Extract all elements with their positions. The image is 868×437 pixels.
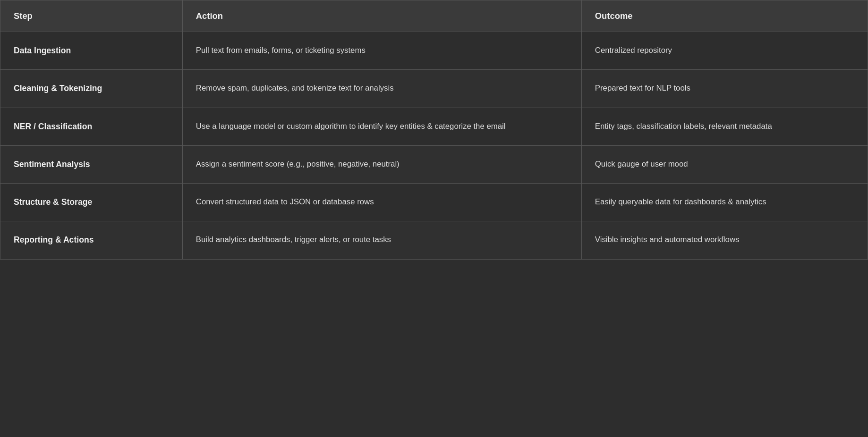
table-row: Sentiment AnalysisAssign a sentiment sco…: [0, 145, 868, 183]
cell-action-structure-storage: Convert structured data to JSON or datab…: [182, 184, 581, 221]
header-action: Action: [182, 0, 581, 32]
table-row: Cleaning & TokenizingRemove spam, duplic…: [0, 70, 868, 108]
cell-outcome-ner-classification: Entity tags, classification labels, rele…: [581, 108, 868, 145]
cell-step-data-ingestion: Data Ingestion: [0, 32, 183, 70]
table-header-row: Step Action Outcome: [0, 0, 868, 32]
cell-action-sentiment-analysis: Assign a sentiment score (e.g., positive…: [182, 145, 581, 183]
cell-step-cleaning-tokenizing: Cleaning & Tokenizing: [0, 70, 183, 108]
cell-outcome-reporting-actions: Visible insights and automated workflows: [581, 221, 868, 259]
cell-action-ner-classification: Use a language model or custom algorithm…: [182, 108, 581, 145]
pipeline-table: Step Action Outcome Data IngestionPull t…: [0, 0, 868, 260]
cell-step-sentiment-analysis: Sentiment Analysis: [0, 145, 183, 183]
cell-outcome-data-ingestion: Centralized repository: [581, 32, 868, 70]
header-step: Step: [0, 0, 183, 32]
cell-outcome-sentiment-analysis: Quick gauge of user mood: [581, 145, 868, 183]
table-row: Structure & StorageConvert structured da…: [0, 184, 868, 221]
cell-step-reporting-actions: Reporting & Actions: [0, 221, 183, 259]
table-row: NER / ClassificationUse a language model…: [0, 108, 868, 145]
header-outcome: Outcome: [581, 0, 868, 32]
cell-outcome-structure-storage: Easily queryable data for dashboards & a…: [581, 184, 868, 221]
table-row: Data IngestionPull text from emails, for…: [0, 32, 868, 70]
table-row: Reporting & ActionsBuild analytics dashb…: [0, 221, 868, 259]
cell-action-reporting-actions: Build analytics dashboards, trigger aler…: [182, 221, 581, 259]
cell-action-data-ingestion: Pull text from emails, forms, or ticketi…: [182, 32, 581, 70]
main-container: Step Action Outcome Data IngestionPull t…: [0, 0, 868, 437]
cell-outcome-cleaning-tokenizing: Prepared text for NLP tools: [581, 70, 868, 108]
cell-step-structure-storage: Structure & Storage: [0, 184, 183, 221]
cell-action-cleaning-tokenizing: Remove spam, duplicates, and tokenize te…: [182, 70, 581, 108]
cell-step-ner-classification: NER / Classification: [0, 108, 183, 145]
